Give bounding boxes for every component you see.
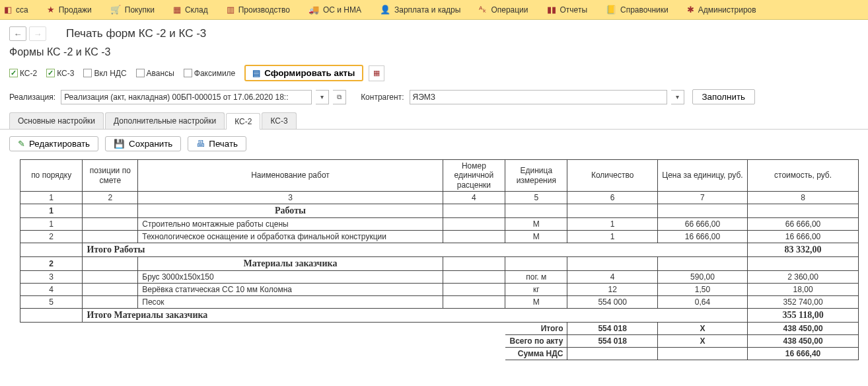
- form-row: Реализация: Реализация (акт, накладная) …: [0, 89, 868, 112]
- save-icon: 💾: [114, 139, 125, 149]
- chk-label: КС-3: [57, 69, 74, 78]
- title-row: ← → Печать форм КС -2 и КС -3: [0, 20, 868, 45]
- checkbox-faksimile[interactable]: Факсимиле: [184, 69, 240, 78]
- checkbox-ks2[interactable]: ✓КС-2: [9, 69, 41, 78]
- chk-label: Вкл НДС: [94, 69, 126, 78]
- table-row: 1 Строительно монтажные работы сцены М 1…: [20, 218, 859, 231]
- tab-ks2[interactable]: КС-2: [226, 113, 260, 130]
- nav-item-production[interactable]: ▥Производство: [217, 0, 299, 19]
- star-icon: ★: [47, 5, 55, 15]
- top-nav: ◧сса ★Продажи 🛒Покупки ▦Склад ▥Производс…: [0, 0, 868, 20]
- chk-label: Факсимиле: [194, 69, 236, 78]
- realization-dropdown[interactable]: ▾: [316, 90, 329, 104]
- contragent-field[interactable]: ЯЭМЗ: [410, 90, 667, 104]
- nav-label: Администриров: [698, 5, 756, 15]
- edit-button[interactable]: ✎Редактировать: [9, 136, 98, 151]
- check-icon: [136, 69, 145, 77]
- column-num-row: 1 2 3 4 5 6 7 8: [20, 192, 859, 204]
- report-table: по порядку позиции по смете Наименование…: [20, 159, 859, 360]
- checkbox-row: ✓КС-2 ✓КС-3 Вкл НДС Авансы Факсимиле ▤Сф…: [0, 65, 868, 89]
- total-row-materials: Итого Материалы заказчика 355 118,00: [20, 309, 859, 323]
- realization-value: Реализация (акт, накладная) 00БП-000015 …: [64, 93, 288, 102]
- nav-label: Производство: [238, 5, 290, 15]
- nav-label: Склад: [185, 5, 208, 15]
- check-icon: [184, 69, 192, 77]
- hdr-c6: Количество: [567, 160, 657, 192]
- realization-field[interactable]: Реализация (акт, накладная) 00БП-000015 …: [61, 90, 312, 104]
- nav-item-admin[interactable]: ✱Администриров: [678, 0, 766, 19]
- report-grid: по порядку позиции по смете Наименование…: [0, 159, 868, 360]
- fill-button[interactable]: Заполнить: [692, 89, 755, 104]
- nav-item-cashier[interactable]: ◧сса: [4, 0, 38, 19]
- external-btn[interactable]: ▦: [369, 65, 384, 81]
- sub-toolbar: ✎Редактировать 💾Сохранить 🖶Печать: [0, 130, 868, 159]
- edit-icon: ✎: [18, 139, 25, 149]
- nav-label: Покупки: [125, 5, 155, 15]
- grid-icon: ▦: [173, 5, 181, 15]
- nav-label: Справочники: [620, 5, 669, 15]
- cashier-icon: ◧: [4, 5, 12, 15]
- page-title: Печать форм КС -2 и КС -3: [66, 27, 206, 40]
- hdr-c2: позиции по смете: [83, 160, 138, 192]
- back-button[interactable]: ←: [9, 26, 26, 41]
- form-acts-button[interactable]: ▤Сформировать акты: [244, 65, 363, 81]
- contragent-label: Контрагент:: [361, 93, 404, 102]
- nav-item-operations[interactable]: ᴬₖОперации: [470, 0, 537, 19]
- nav-item-purchases[interactable]: 🛒Покупки: [101, 0, 164, 19]
- truck-icon: 🚚: [308, 5, 319, 15]
- realization-label: Реализация:: [9, 93, 55, 102]
- save-label: Сохранить: [129, 139, 172, 149]
- gear-icon: ✱: [687, 5, 694, 15]
- hdr-c8: стоимость, руб.: [748, 160, 859, 192]
- summary-nds: Сумма НДС 16 666,40: [20, 348, 859, 360]
- checkbox-avansy[interactable]: Авансы: [136, 69, 178, 78]
- nav-item-directories[interactable]: 📒Справочники: [597, 0, 678, 19]
- tabs: Основные настройки Дополнительные настро…: [0, 112, 868, 130]
- bars-icon: ▥: [227, 5, 235, 15]
- checkbox-ks3[interactable]: ✓КС-3: [46, 69, 78, 78]
- ops-icon: ᴬₖ: [479, 5, 487, 15]
- nav-label: Зарплата и кадры: [394, 5, 460, 15]
- realization-picker[interactable]: ⧉: [333, 90, 346, 104]
- chk-label: Авансы: [147, 69, 174, 78]
- book-icon: 📒: [606, 5, 616, 15]
- print-label: Печать: [209, 139, 238, 149]
- hdr-c3: Наименование работ: [138, 160, 443, 192]
- nav-label: ОС и НМА: [323, 5, 361, 15]
- save-button[interactable]: 💾Сохранить: [105, 136, 181, 151]
- print-button[interactable]: 🖶Печать: [188, 136, 246, 151]
- hdr-c4: Номер единичной расценки: [443, 160, 505, 192]
- check-icon: ✓: [46, 69, 55, 77]
- sub-header: Формы КС -2 и КС -3: [0, 45, 868, 65]
- table-row: 4 Верёвка статическая СС 10 мм Коломна к…: [20, 284, 859, 296]
- check-icon: ✓: [9, 69, 18, 77]
- header-row: по порядку позиции по смете Наименование…: [20, 160, 859, 192]
- nav-item-reports[interactable]: ▮▮Отчеты: [538, 0, 597, 19]
- hdr-c5: Единица измерения: [505, 160, 567, 192]
- history-nav: ← →: [9, 26, 46, 41]
- tab-extra-settings[interactable]: Дополнительные настройки: [105, 112, 225, 129]
- nav-item-assets[interactable]: 🚚ОС и НМА: [299, 0, 371, 19]
- form-icon: ▤: [252, 68, 260, 78]
- chart-icon: ▮▮: [547, 5, 556, 15]
- nav-item-sales[interactable]: ★Продажи: [38, 0, 101, 19]
- section-row-works: 1 Работы: [20, 204, 859, 218]
- chk-label: КС-2: [20, 69, 37, 78]
- form-btn-label: Сформировать акты: [264, 68, 355, 78]
- tab-ks3[interactable]: КС-3: [262, 112, 296, 129]
- checkbox-vklnds[interactable]: Вкл НДС: [83, 69, 130, 78]
- hdr-c1: по порядку: [20, 160, 83, 192]
- summary-itogo: Итого 554 018 X 438 450,00: [20, 323, 859, 335]
- nav-item-warehouse[interactable]: ▦Склад: [164, 0, 217, 19]
- section-row-materials: 2 Материалы заказчика: [20, 257, 859, 271]
- contragent-dropdown[interactable]: ▾: [671, 90, 684, 104]
- tab-basic-settings[interactable]: Основные настройки: [9, 112, 104, 129]
- hdr-c7: Цена за единицу, руб.: [657, 160, 747, 192]
- total-row-works: Итого Работы 83 332,00: [20, 243, 859, 257]
- nav-label: сса: [16, 5, 28, 15]
- nav-label: Продажи: [59, 5, 92, 15]
- forward-button[interactable]: →: [29, 26, 46, 41]
- nav-label: Отчеты: [560, 5, 587, 15]
- nav-item-hr[interactable]: 👤Зарплата и кадры: [371, 0, 470, 19]
- edit-label: Редактировать: [29, 139, 90, 149]
